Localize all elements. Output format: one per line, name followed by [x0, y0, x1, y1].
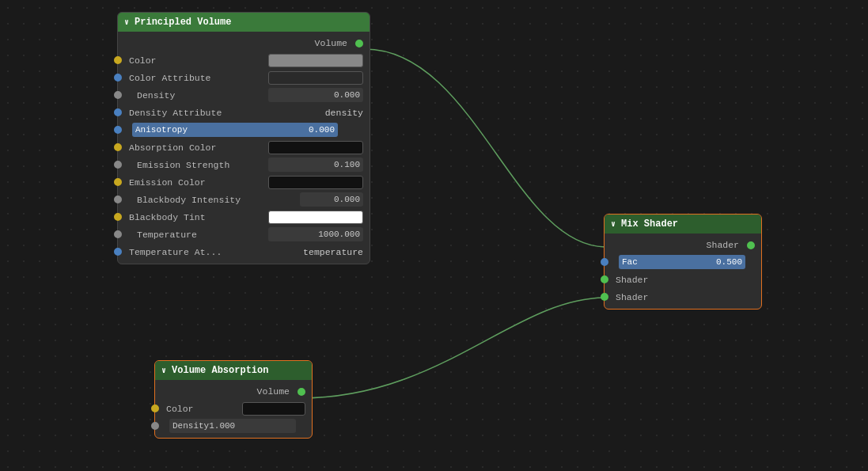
density-attr-row: Density Attribute density [118, 104, 370, 121]
blackbody-tint-row: Blackbody Tint [118, 208, 370, 226]
color-socket[interactable] [114, 56, 122, 64]
blackbody-intensity-field[interactable]: 0.000 [300, 192, 363, 207]
va-color-socket[interactable] [151, 405, 159, 412]
emission-strength-row: Emission Strength 0.100 [118, 156, 370, 173]
density-row: Density 0.000 [118, 86, 370, 104]
va-output-label: Volume [257, 386, 290, 397]
color-attr-label: Color Attribute [129, 73, 268, 83]
ms-shader2-row: Shader [605, 288, 761, 306]
density-label: Density [129, 90, 268, 101]
va-density-label: Density [172, 421, 209, 431]
density-attr-label: Density Attribute [129, 108, 322, 118]
ms-shader2-label: Shader [616, 292, 755, 302]
va-density-socket[interactable] [151, 422, 159, 430]
color-attr-row: Color Attribute [118, 69, 370, 86]
anisotropy-value: 0.000 [309, 125, 335, 135]
temperature-label: Temperature [129, 230, 268, 240]
density-socket[interactable] [114, 91, 122, 99]
absorption-color-row: Absorption Color [118, 139, 370, 156]
emission-strength-value: 0.100 [271, 160, 360, 169]
ms-shader1-socket[interactable] [601, 275, 608, 283]
ms-shader1-row: Shader [605, 271, 761, 288]
absorption-color-label: Absorption Color [129, 142, 268, 153]
emission-color-socket[interactable] [114, 178, 122, 186]
absorption-color-swatch[interactable] [268, 141, 363, 154]
output-volume-socket[interactable] [355, 40, 363, 47]
mix-shader-header: ∨ Mix Shader [605, 215, 761, 234]
color-row: Color [118, 51, 370, 69]
anisotropy-slider[interactable]: Anisotropy 0.000 [132, 123, 338, 137]
ms-fac-slider[interactable]: Fac 0.500 [619, 255, 745, 269]
blackbody-tint-swatch[interactable] [268, 211, 363, 224]
emission-color-label: Emission Color [129, 177, 268, 188]
blackbody-intensity-label: Blackbody Intensity [129, 195, 300, 205]
va-output-volume-row: Volume [155, 383, 312, 400]
emission-strength-label: Emission Strength [129, 160, 268, 170]
ms-output-label: Shader [707, 240, 739, 250]
color-label: Color [129, 55, 268, 66]
absorption-color-socket[interactable] [114, 143, 122, 151]
temperature-socket[interactable] [114, 230, 122, 238]
emission-strength-socket[interactable] [114, 161, 122, 169]
output-volume-row: Volume [118, 35, 370, 51]
blackbody-tint-label: Blackbody Tint [129, 212, 268, 222]
emission-color-swatch[interactable] [268, 176, 363, 189]
blackbody-intensity-value: 0.000 [303, 195, 360, 204]
volume-absorption-node: ∨ Volume Absorption Volume Color Density… [154, 360, 313, 439]
principled-volume-body: Volume Color Color Attribute Density 0.0… [118, 32, 370, 264]
temperature-row: Temperature 1000.000 [118, 226, 370, 243]
temp-attr-label: Temperature At... [129, 247, 300, 257]
density-value: 0.000 [271, 90, 360, 100]
principled-volume-node: ∨ Principled Volume Volume Color Color A… [117, 12, 370, 264]
va-density-field[interactable]: Density 1.000 [169, 419, 296, 433]
va-output-socket[interactable] [298, 388, 305, 396]
anisotropy-row: Anisotropy 0.000 [118, 121, 370, 139]
temperature-value: 1000.000 [271, 230, 360, 239]
color-attr-socket[interactable] [114, 74, 122, 82]
ms-fac-value: 0.500 [716, 257, 742, 267]
node-title: Principled Volume [135, 17, 231, 28]
output-volume-label: Volume [315, 38, 347, 48]
mix-shader-node: ∨ Mix Shader Shader Fac 0.500 Shader Sha… [604, 214, 762, 310]
ms-output-row: Shader [605, 237, 761, 253]
collapse-chevron-2[interactable]: ∨ [161, 366, 166, 375]
emission-color-row: Emission Color [118, 173, 370, 191]
temp-attr-row: Temperature At... temperature [118, 243, 370, 260]
principled-volume-header: ∨ Principled Volume [118, 13, 370, 32]
va-color-swatch[interactable] [242, 402, 305, 416]
temp-attr-value: temperature [303, 247, 363, 257]
collapse-chevron[interactable]: ∨ [124, 17, 129, 27]
temp-attr-socket[interactable] [114, 248, 122, 256]
ms-output-socket[interactable] [747, 241, 755, 249]
anisotropy-socket[interactable] [114, 126, 122, 134]
va-density-row: Density 1.000 [155, 417, 312, 435]
va-color-row: Color [155, 400, 312, 417]
color-attr-field[interactable] [268, 71, 363, 85]
ms-shader2-socket[interactable] [601, 293, 608, 301]
density-attr-socket[interactable] [114, 108, 122, 116]
node-title-2: Volume Absorption [172, 365, 268, 376]
density-attr-value: density [325, 108, 363, 118]
volume-absorption-body: Volume Color Density 1.000 [155, 380, 312, 438]
collapse-chevron-3[interactable]: ∨ [611, 219, 616, 229]
blackbody-intensity-socket[interactable] [114, 196, 122, 203]
va-density-value: 1.000 [209, 421, 235, 431]
ms-fac-row: Fac 0.500 [605, 253, 761, 271]
node-title-3: Mix Shader [621, 218, 678, 230]
va-color-label: Color [166, 404, 242, 414]
emission-strength-field[interactable]: 0.100 [268, 158, 363, 172]
ms-fac-label: Fac [622, 257, 716, 267]
color-swatch[interactable] [268, 54, 363, 67]
density-field[interactable]: 0.000 [268, 88, 363, 102]
ms-shader1-label: Shader [616, 275, 755, 285]
blackbody-intensity-row: Blackbody Intensity 0.000 [118, 191, 370, 208]
temperature-field[interactable]: 1000.000 [268, 227, 363, 241]
blackbody-tint-socket[interactable] [114, 213, 122, 221]
ms-fac-socket[interactable] [601, 258, 608, 266]
volume-absorption-header: ∨ Volume Absorption [155, 361, 312, 380]
anisotropy-label: Anisotropy [135, 125, 309, 135]
mix-shader-body: Shader Fac 0.500 Shader Shader [605, 234, 761, 309]
